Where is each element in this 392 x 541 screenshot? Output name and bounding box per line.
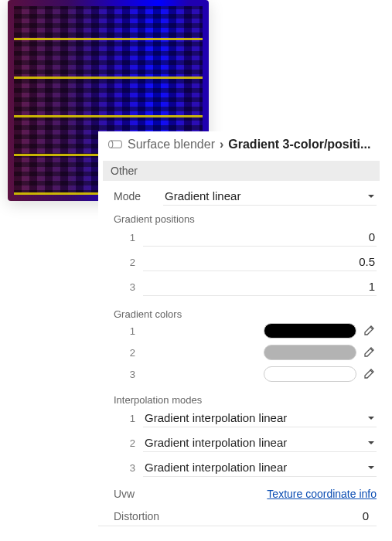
distortion-value[interactable]: 0: [363, 509, 369, 522]
chevron-down-icon: [367, 192, 375, 200]
mode-select[interactable]: Gradient linear: [163, 187, 377, 206]
interp-select-2[interactable]: Gradient interpolation linear: [143, 434, 377, 452]
gradient-positions-label: Gradient positions: [98, 209, 384, 225]
interp-value-2: Gradient interpolation linear: [145, 436, 287, 449]
breadcrumb-current: Gradient 3-color/positi...: [228, 138, 377, 151]
interp-select-3[interactable]: Gradient interpolation linear: [143, 458, 377, 477]
chevron-down-icon: [367, 464, 375, 471]
pencil-icon[interactable]: [363, 324, 377, 338]
pos-input-3[interactable]: 1: [143, 277, 377, 296]
mode-value: Gradient linear: [165, 189, 240, 202]
pencil-icon[interactable]: [363, 367, 377, 381]
breadcrumb: Surface blender › Gradient 3-color/posit…: [98, 131, 384, 158]
interp-value-3: Gradient interpolation linear: [145, 461, 287, 474]
uvw-label: Uvw: [114, 488, 135, 500]
svg-point-0: [109, 141, 113, 148]
breadcrumb-separator: ›: [220, 138, 223, 151]
color-idx-1: 1: [120, 325, 135, 337]
chevron-down-icon: [367, 439, 375, 447]
breadcrumb-parent[interactable]: Surface blender: [128, 138, 215, 151]
pos-idx-3: 3: [120, 281, 135, 293]
color-swatch-3[interactable]: [264, 366, 356, 382]
pos-idx-2: 2: [120, 257, 135, 268]
interpolation-modes-label: Interpolation modes: [98, 385, 384, 406]
texture-coordinate-link[interactable]: Texture coordinate info: [267, 488, 377, 500]
color-swatch-2[interactable]: [264, 345, 356, 360]
distortion-label: Distortion: [106, 510, 159, 522]
gradient-colors-label: Gradient colors: [98, 299, 384, 320]
color-idx-2: 2: [120, 347, 135, 359]
color-swatch-1[interactable]: [264, 323, 356, 339]
interp-idx-1: 1: [120, 413, 135, 424]
chevron-down-icon: [367, 414, 375, 422]
interp-value-1: Gradient interpolation linear: [145, 411, 287, 424]
properties-panel: Surface blender › Gradient 3-color/posit…: [98, 131, 384, 526]
pos-idx-1: 1: [120, 232, 135, 243]
interp-idx-2: 2: [120, 437, 135, 449]
color-idx-3: 3: [120, 369, 135, 380]
surface-blender-icon: [107, 138, 123, 151]
interp-idx-3: 3: [120, 462, 135, 474]
pos-input-2[interactable]: 0.5: [143, 253, 377, 271]
interp-select-1[interactable]: Gradient interpolation linear: [143, 409, 377, 427]
section-header-other: Other: [103, 161, 380, 181]
pencil-icon[interactable]: [363, 345, 377, 359]
pos-input-1[interactable]: 0: [143, 228, 377, 247]
mode-label: Mode: [114, 190, 155, 202]
